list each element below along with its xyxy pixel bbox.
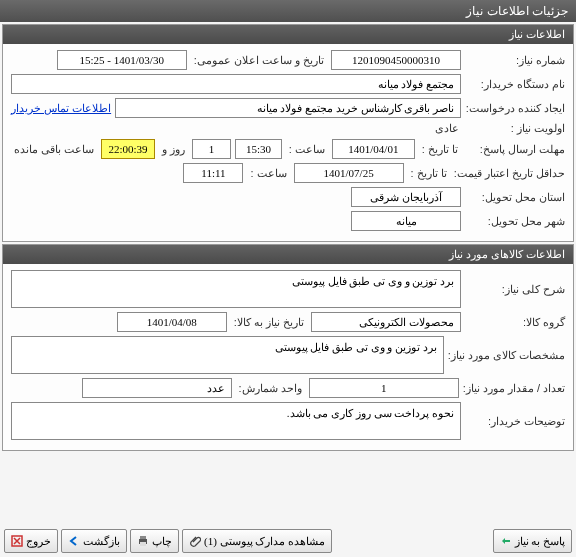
- desc-label: شرح کلی نیاز:: [465, 283, 565, 296]
- deadline-date-field: 1401/04/01: [332, 139, 415, 159]
- time-label-2: ساعت :: [247, 167, 289, 180]
- announce-field: 1401/03/30 - 15:25: [57, 50, 187, 70]
- window-titlebar: جزئیات اطلاعات نیاز: [0, 0, 576, 22]
- validity-time-field: 11:11: [183, 163, 243, 183]
- remaining-time-field: 22:00:39: [101, 139, 155, 159]
- spec-label: مشخصات کالای مورد نیاز:: [448, 349, 565, 362]
- buyer-note-field: نحوه پرداخت سی روز کاری می باشد.: [11, 402, 461, 440]
- window-title: جزئیات اطلاعات نیاز: [466, 4, 568, 18]
- time-label-1: ساعت :: [286, 143, 328, 156]
- goods-info-header: اطلاعات کالاهای مورد نیاز: [3, 245, 573, 264]
- validity-date-field: 1401/07/25: [294, 163, 404, 183]
- unit-label: واحد شمارش:: [236, 382, 305, 395]
- need-date-label: تاریخ نیاز به کالا:: [231, 316, 307, 329]
- footer-toolbar: خروج بازگشت چاپ مشاهده مدارک پیوستی (1) …: [4, 529, 572, 553]
- group-label: گروه کالا:: [465, 316, 565, 329]
- province-label: استان محل تحویل:: [465, 191, 565, 204]
- qty-field: 1: [309, 378, 459, 398]
- print-icon: [137, 535, 149, 547]
- print-label: چاپ: [152, 535, 172, 548]
- need-number-label: شماره نیاز:: [465, 54, 565, 67]
- remaining-label: ساعت باقی مانده: [11, 143, 97, 156]
- city-field: میانه: [351, 211, 461, 231]
- reply-icon: [500, 535, 512, 547]
- deadline-label: مهلت ارسال پاسخ:: [465, 143, 565, 156]
- exit-label: خروج: [26, 535, 51, 548]
- svg-rect-2: [140, 536, 146, 539]
- deadline-time-field: 15:30: [235, 139, 282, 159]
- announce-label: تاریخ و ساعت اعلان عمومی:: [191, 54, 327, 67]
- desc-field: برد توزین و وی تی طبق فایل پیوستی: [11, 270, 461, 308]
- days-label: روز و: [159, 143, 188, 156]
- need-info-header: اطلاعات نیاز: [3, 25, 573, 44]
- province-field: آذربایجان شرقی: [351, 187, 461, 207]
- back-button[interactable]: بازگشت: [61, 529, 127, 553]
- exit-icon: [11, 535, 23, 547]
- print-button[interactable]: چاپ: [130, 529, 179, 553]
- priority-label: اولویت نیاز :: [465, 122, 565, 135]
- buyer-field: مجتمع فولاد میانه: [11, 74, 461, 94]
- priority-value: عادی: [432, 122, 461, 135]
- back-label: بازگشت: [83, 535, 120, 548]
- buyer-note-label: توضیحات خریدار:: [465, 415, 565, 428]
- attach-icon: [189, 535, 201, 547]
- to-date-label-1: تا تاریخ :: [419, 143, 461, 156]
- goods-info-panel: اطلاعات کالاهای مورد نیاز شرح کلی نیاز: …: [2, 244, 574, 451]
- attachments-button[interactable]: مشاهده مدارک پیوستی (1): [182, 529, 332, 553]
- attachments-label: مشاهده مدارک پیوستی (1): [204, 535, 325, 548]
- back-icon: [68, 535, 80, 547]
- to-date-label-2: تا تاریخ :: [408, 167, 450, 180]
- need-info-panel: اطلاعات نیاز شماره نیاز: 120109045000031…: [2, 24, 574, 242]
- unit-field: عدد: [82, 378, 232, 398]
- contact-link[interactable]: اطلاعات تماس خریدار: [11, 102, 111, 115]
- validity-label: حداقل تاریخ اعتبار قیمت:: [454, 167, 565, 180]
- group-field: محصولات الکترونیکی: [311, 312, 461, 332]
- requester-label: ایجاد کننده درخواست:: [465, 102, 565, 115]
- need-number-field: 1201090450000310: [331, 50, 461, 70]
- need-date-field: 1401/04/08: [117, 312, 227, 332]
- qty-label: تعداد / مقدار مورد نیاز:: [463, 382, 565, 395]
- days-field: 1: [192, 139, 231, 159]
- requester-field: ناصر باقری کارشناس خرید مجتمع فولاد میان…: [115, 98, 461, 118]
- buyer-label: نام دستگاه خریدار:: [465, 78, 565, 91]
- spec-field: برد توزین و وی تی طبق فایل پیوستی: [11, 336, 444, 374]
- svg-rect-3: [140, 542, 146, 546]
- reply-button[interactable]: پاسخ به نیاز: [493, 529, 573, 553]
- city-label: شهر محل تحویل:: [465, 215, 565, 228]
- reply-label: پاسخ به نیاز: [515, 535, 566, 548]
- exit-button[interactable]: خروج: [4, 529, 58, 553]
